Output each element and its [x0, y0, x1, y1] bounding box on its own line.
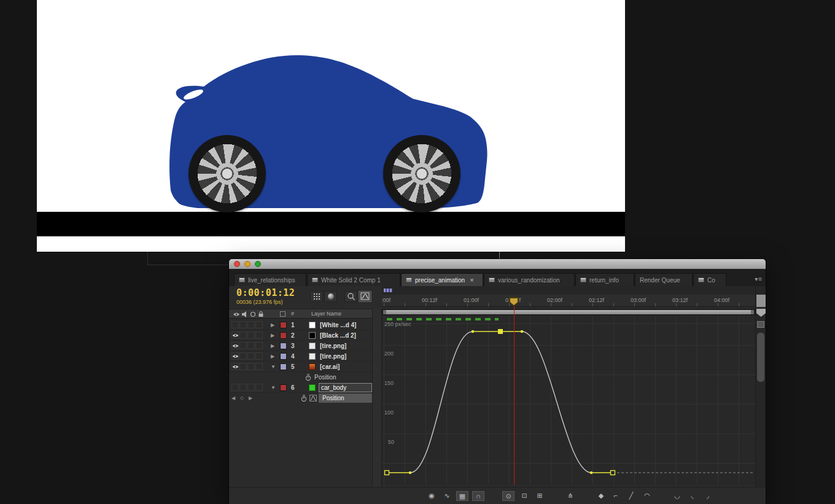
layer-row-6[interactable]: ▼ 6 car_body [229, 382, 372, 393]
graph-type-options-button[interactable]: ∿ [441, 491, 453, 501]
expand-arrow-icon[interactable]: ▶ [271, 333, 274, 338]
easy-ease-in-button[interactable]: ◟ [686, 491, 699, 501]
minimize-window-button[interactable] [244, 261, 251, 267]
speed-graph[interactable] [382, 316, 755, 485]
audio-toggle[interactable] [239, 363, 247, 370]
zoom-window-button[interactable] [255, 261, 261, 267]
keyframe-selected[interactable] [498, 329, 503, 334]
lock-toggle[interactable] [255, 321, 263, 328]
audio-toggle[interactable] [239, 352, 247, 360]
property-label[interactable]: Position [314, 374, 336, 381]
bezier-handle-dot[interactable] [472, 330, 475, 333]
separate-dimensions-button[interactable]: ⋔ [564, 491, 577, 501]
solo-toggle[interactable] [247, 331, 255, 339]
stopwatch-icon[interactable] [301, 395, 307, 402]
expand-arrow-icon[interactable]: ▶ [271, 322, 274, 328]
convert-to-linear-button[interactable]: ╱ [625, 491, 637, 501]
convert-to-hold-button[interactable]: ⌐ [610, 491, 622, 501]
audio-toggle[interactable] [239, 321, 247, 328]
stopwatch-icon[interactable] [305, 374, 311, 381]
audio-toggle[interactable] [239, 342, 247, 349]
label-color-swatch[interactable] [280, 343, 287, 349]
bezier-handle-dot[interactable] [409, 471, 412, 475]
frame-blend-toggle[interactable] [324, 291, 337, 302]
audio-toggle[interactable] [239, 331, 247, 339]
snap-button[interactable]: ∩ [472, 491, 484, 501]
solo-toggle[interactable] [247, 352, 255, 360]
bezier-handle-dot[interactable] [590, 471, 593, 475]
close-window-button[interactable] [234, 261, 240, 267]
lock-toggle[interactable] [255, 352, 263, 360]
layer-name[interactable]: [Black ...d 2] [320, 332, 356, 339]
auto-zoom-graph-button[interactable]: ⊙ [502, 491, 515, 501]
layer-name[interactable]: [car.ai] [320, 363, 340, 370]
property-row-position-car-ai[interactable]: Position [229, 372, 372, 382]
convert-to-auto-bezier-button[interactable]: ◠ [641, 491, 653, 501]
visibility-toggle[interactable] [231, 352, 239, 360]
layer-name[interactable]: [tire.png] [320, 343, 346, 349]
tab-various-randomization[interactable]: various_randomization [484, 273, 575, 286]
layer-name[interactable]: [White ...d 4] [320, 322, 356, 328]
window-titlebar[interactable] [229, 259, 766, 269]
visibility-toggle[interactable] [231, 384, 239, 391]
layer-row-3[interactable]: ▶ 3 [tire.png] [229, 341, 372, 351]
solo-toggle[interactable] [247, 321, 255, 328]
prev-keyframe-icon[interactable]: ◀ [231, 395, 235, 401]
fit-all-graphs-button[interactable]: ⊞ [534, 491, 546, 501]
time-navigator-mark[interactable] [384, 289, 392, 292]
layer-name-edit-field[interactable]: car_body [319, 383, 372, 392]
tab-precise-animation[interactable]: precise_animation × [401, 273, 483, 286]
tab-live-relationships[interactable]: live_relationships [234, 273, 306, 286]
label-color-swatch[interactable] [280, 322, 287, 328]
keyframe-start[interactable] [385, 471, 389, 475]
comp-button-icon[interactable] [757, 321, 764, 328]
right-scroll-column[interactable] [755, 286, 766, 504]
audio-toggle[interactable] [239, 384, 247, 391]
current-time-display[interactable]: 0:00:01:12 [236, 287, 295, 298]
work-area-start-grip[interactable] [383, 310, 386, 314]
property-row-position-car-body[interactable]: ◀ ◇ ▶ Position [229, 393, 372, 403]
easy-ease-out-button[interactable]: ◞ [702, 491, 714, 501]
comp-marker-bin[interactable] [756, 309, 766, 317]
vertical-scroll-thumb[interactable] [757, 333, 764, 382]
time-ruler[interactable]: 0:00f 00:12f 01:00f 01:12f 02:00f 02:12f… [382, 295, 755, 307]
collapse-arrow-icon[interactable]: ▼ [271, 364, 276, 370]
expand-arrow-icon[interactable]: ▶ [271, 343, 274, 349]
tab-render-queue[interactable]: Render Queue [635, 273, 693, 286]
solo-toggle[interactable] [247, 363, 255, 370]
graph-editor-toggle[interactable] [359, 291, 371, 302]
layer-name[interactable]: [tire.png] [320, 353, 346, 360]
label-color-swatch[interactable] [280, 332, 287, 339]
label-color-swatch[interactable] [280, 363, 287, 370]
lock-toggle[interactable] [255, 384, 263, 391]
property-label[interactable]: Position [322, 395, 344, 401]
tab-return-info[interactable]: return_info [575, 273, 634, 286]
label-color-swatch[interactable] [280, 384, 287, 391]
work-area-end-grip[interactable] [751, 310, 754, 314]
lock-toggle[interactable] [255, 342, 263, 349]
edit-selected-keyframes-button[interactable]: ◆ [595, 491, 607, 501]
show-properties-button[interactable]: ◉ [425, 491, 438, 501]
tab-truncated[interactable]: Co [693, 273, 726, 286]
next-keyframe-icon[interactable]: ▶ [249, 395, 252, 401]
work-area-track[interactable] [382, 309, 755, 316]
lock-toggle[interactable] [255, 363, 263, 370]
solo-toggle[interactable] [247, 384, 255, 391]
brainstorm-button[interactable] [344, 291, 357, 302]
easy-ease-button[interactable]: ◡ [671, 491, 683, 501]
layer-panel-scrollbar[interactable] [372, 309, 382, 487]
layer-row-4[interactable]: ▶ 4 [tire.png] [229, 351, 372, 362]
fill-color-box[interactable] [309, 384, 316, 391]
layer-row-1[interactable]: ▶ 1 [White ...d 4] [229, 320, 372, 330]
tab-white-solid-2-comp-1[interactable]: White Solid 2 Comp 1 [307, 273, 400, 286]
layer-row-2[interactable]: ▶ 2 [Black ...d 2] [229, 330, 372, 341]
tab-close-icon[interactable]: × [470, 277, 473, 283]
motion-blur-toggle[interactable] [310, 291, 323, 302]
visibility-toggle[interactable] [231, 342, 239, 349]
visibility-toggle[interactable] [231, 321, 239, 328]
bezier-handle-dot[interactable] [521, 330, 524, 333]
keyframe-end[interactable] [611, 471, 615, 475]
collapse-arrow-icon[interactable]: ▼ [271, 385, 276, 390]
layer-row-5[interactable]: ▼ 5 [car.ai] [229, 362, 372, 372]
panel-menu-icon[interactable]: ▾≡ [755, 276, 763, 282]
